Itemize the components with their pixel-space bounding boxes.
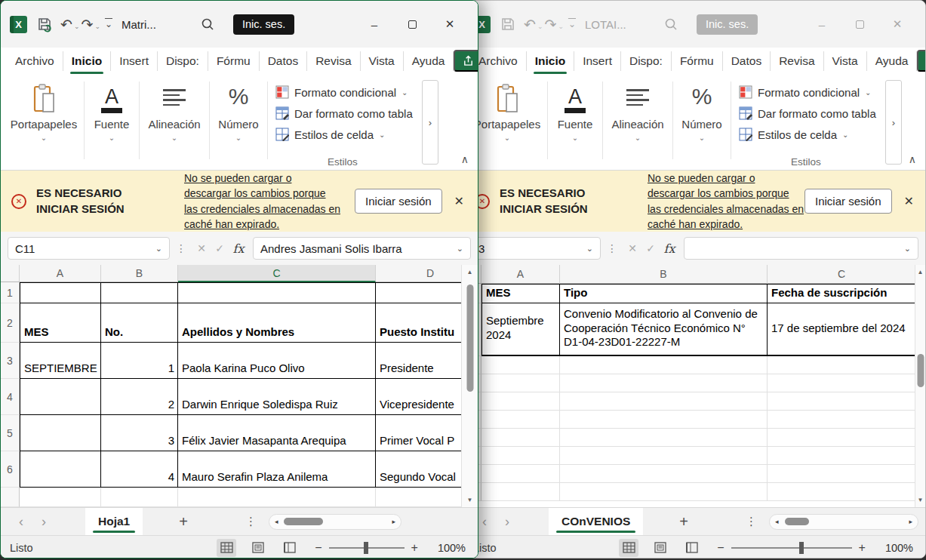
ribbon-tab-ayuda[interactable]: Ayuda [404,51,454,71]
ribbon-tab-ayuda[interactable]: Ayuda [867,51,918,71]
cell[interactable] [376,282,461,303]
cell[interactable] [768,429,915,447]
cell[interactable]: Apellidos y Nombres [178,303,376,343]
view-break-button[interactable] [280,539,300,557]
share-button[interactable]: Compartir⌄ [454,50,478,72]
sheet-next-button[interactable]: › [32,514,55,530]
row-header[interactable]: 2 [1,303,20,343]
vertical-scrollbar[interactable]: ▲ ▼ [461,265,478,507]
warning-link[interactable]: No se pueden cargar o descargar los camb… [184,171,341,232]
clipboard-group-button[interactable]: Portapapeles ⌄ [4,80,84,170]
row-header[interactable]: 4 [1,379,20,415]
cell[interactable]: 2 [101,379,178,415]
conditional-formatting-button[interactable]: Formato condicional ⌄ [275,82,417,103]
cell[interactable]: SEPTIEMBRE [20,343,101,379]
scroll-left-icon[interactable]: ◂ [775,518,779,525]
add-sheet-button[interactable]: + [179,513,188,531]
row-header[interactable]: 1 [1,282,20,303]
zoom-in-button[interactable]: + [411,541,418,555]
qat-customize-icon[interactable]: ⌄ [568,19,576,29]
view-break-button[interactable] [682,539,702,557]
chevron-down-icon[interactable]: ⌄ [558,23,564,30]
chevron-down-icon[interactable]: ⌄ [457,244,463,254]
styles-expand-button[interactable]: › [422,80,438,165]
collapse-ribbon-button[interactable]: ∧ [909,153,916,165]
ribbon-tab-inicio[interactable]: Inicio [63,51,111,71]
column-header-A[interactable]: A [20,265,101,282]
cell[interactable] [481,447,560,465]
cell[interactable] [560,447,768,465]
zoom-slider-handle[interactable] [364,542,368,554]
cell[interactable] [768,356,915,374]
collapse-ribbon-button[interactable]: ∧ [461,153,469,165]
scroll-left-icon[interactable]: ◂ [275,518,278,525]
horizontal-scrollbar[interactable]: ◂ ▸ [769,514,918,530]
cancel-icon[interactable]: ✕ [623,242,641,254]
clipboard-group-button[interactable]: Portapapeles ⌄ [467,80,547,170]
cell[interactable] [20,379,101,415]
signin-banner-button[interactable]: Iniciar sesión [804,189,892,214]
ribbon-tab-insert[interactable]: Insert [111,51,158,71]
cell[interactable] [560,356,768,374]
dismiss-warning-button[interactable]: ✕ [904,194,914,208]
cell[interactable] [560,374,768,392]
font-group-button[interactable]: A Fuente ⌄ [548,80,602,170]
add-sheet-button[interactable]: + [679,513,688,531]
cell[interactable] [560,429,768,447]
enter-icon[interactable]: ✓ [641,242,660,254]
save-icon[interactable] [500,16,516,32]
chevron-down-icon[interactable]: ⌄ [155,244,162,254]
format-as-table-button[interactable]: Dar formato como tabla [275,103,417,124]
maximize-button[interactable] [393,11,431,38]
cell[interactable]: Convenio Modificatorio al Convenio de Co… [560,303,768,356]
formula-input[interactable]: ⌄ [684,237,918,260]
ribbon-tab-dispo[interactable]: Dispo: [158,51,208,71]
drag-handle-icon[interactable]: ⋮ [176,242,186,254]
cell[interactable]: Vicepresidente [376,379,461,415]
cell[interactable]: Primer Vocal P [376,415,461,451]
scrollbar-thumb[interactable] [785,518,809,525]
scroll-up-icon[interactable]: ▲ [467,269,473,275]
styles-expand-button[interactable]: › [885,80,902,165]
cell[interactable] [481,411,560,429]
cell[interactable]: Darwin Enrique Soledispa Ruiz [178,379,376,415]
select-all-corner[interactable] [1,265,20,282]
cell[interactable] [481,356,560,374]
cell[interactable]: 1 [101,343,178,379]
sheet-menu-icon[interactable]: ⋮ [746,515,757,528]
scroll-right-icon[interactable]: ▸ [909,518,912,525]
cell[interactable] [481,374,560,392]
cell[interactable]: Mauro Serafin Plaza Anilema [178,451,376,488]
cell[interactable]: No. [101,303,178,343]
sheet-tab[interactable]: COnVENIOS [549,508,643,535]
formula-input[interactable]: Andres Jasmani Solis Ibarra⌄ [253,237,471,260]
share-button[interactable]: Compartir⌄ [917,50,926,72]
zoom-out-button[interactable]: − [717,541,724,555]
cell[interactable] [178,282,376,303]
search-icon[interactable] [663,17,678,32]
name-box[interactable]: 3⌄ [471,237,601,260]
enter-icon[interactable]: ✓ [211,242,229,254]
cell-styles-button[interactable]: Estilos de celda ⌄ [739,124,881,145]
signin-button[interactable]: Inic. ses. [697,14,758,35]
redo-button[interactable]: ↷⌄ [81,17,101,32]
qat-customize-icon[interactable]: ⌄ [105,19,112,29]
signin-banner-button[interactable]: Iniciar sesión [355,189,442,214]
row-header[interactable]: 6 [1,451,20,488]
maximize-button[interactable] [841,11,878,38]
cell[interactable]: Tipo [560,284,768,303]
vertical-scrollbar[interactable]: ▲ ▼ [915,265,925,507]
ribbon-tab-archivo[interactable]: Archivo [7,51,63,71]
sheet-next-button[interactable]: › [496,514,518,530]
ribbon-tab-insert[interactable]: Insert [574,51,621,71]
ribbon-tab-dispo[interactable]: Dispo: [621,51,672,71]
cell[interactable]: MES [20,303,101,343]
ribbon-tab-frmu[interactable]: Fórmu [672,51,723,71]
cell[interactable]: Presidente [376,343,461,379]
view-normal-button[interactable] [217,539,236,557]
sheet-prev-button[interactable]: ‹ [10,514,32,530]
number-group-button[interactable]: % Número ⌄ [673,80,731,170]
cell[interactable] [560,465,768,483]
zoom-level[interactable]: 100% [885,542,913,554]
cell[interactable] [560,483,768,501]
